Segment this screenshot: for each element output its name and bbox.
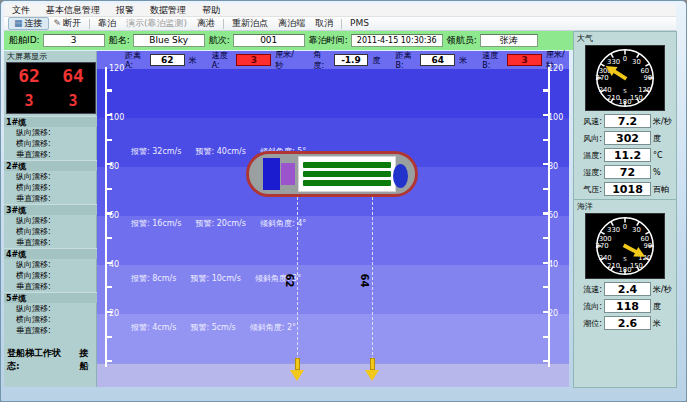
svg-text:240: 240 (599, 254, 612, 262)
sensor-arrow-a-head (290, 370, 304, 381)
menu-bar: 文件 基本信息管理 报警 数据管理 帮助 (4, 4, 676, 16)
svg-text:60: 60 (640, 235, 649, 243)
svg-text:0: 0 (623, 223, 627, 231)
ship-graphic (246, 151, 418, 197)
mooring-group-3-header: 3#缆 (4, 204, 97, 215)
drift-row: 纵向漂移: (4, 215, 97, 226)
current-speed-label: 流速: (575, 284, 602, 295)
hold-stripe (303, 162, 391, 168)
berth-button[interactable]: 靠泊 (93, 17, 121, 30)
drift-row: 横向漂移: (4, 138, 97, 149)
svg-text:90: 90 (643, 242, 652, 250)
tide-level-row: 潮位: 2.6 米 (575, 316, 675, 330)
svg-text:210: 210 (607, 94, 620, 102)
connect-button[interactable]: ▦ 连接 (8, 17, 49, 30)
svg-text:270: 270 (596, 74, 609, 82)
depart-button[interactable]: 离港 (192, 17, 220, 30)
axis-tick: 20 (109, 309, 119, 318)
mooring-group-2-header: 2#缆 (4, 160, 97, 171)
tide-level-value: 2.6 (604, 316, 651, 330)
ship-name-input[interactable]: Blue Sky (133, 34, 205, 47)
svg-text:240: 240 (599, 86, 612, 94)
axis-tick: 40 (109, 260, 119, 269)
pilot-label: 领航员: (447, 34, 477, 47)
gangway-status-label: 登船梯工作状态: (7, 347, 72, 373)
unberth-end-button[interactable]: 离泊端 (273, 17, 310, 30)
pressure-row: 气压: 1018 百帕 (575, 182, 675, 196)
ship-bridge (263, 158, 280, 190)
marker-b-label: 64 (359, 274, 370, 288)
svg-text:150: 150 (630, 94, 643, 102)
temperature-value: 11.2 (604, 148, 651, 162)
svg-text:270: 270 (596, 242, 609, 250)
current-speed-row: 流速: 2.4 米/秒 (575, 282, 675, 296)
speed-b-label: 速度B: (482, 50, 503, 70)
disconnect-button[interactable]: ✎ 断开 (49, 17, 87, 30)
dist-a-unit: 米 (189, 55, 197, 66)
ship-id-input[interactable]: 3 (43, 34, 105, 47)
speed-a-unit: 厘米/秒 (275, 49, 298, 71)
axis-tick: 120 (548, 64, 563, 73)
drift-row: 横向漂移: (4, 226, 97, 237)
drift-row: 垂直漂移: (4, 193, 97, 204)
measurement-bar: 距离A: 62 米 速度A: 3 厘米/秒 角度: -1.9 度 距离B: 64… (97, 51, 569, 69)
svg-text:180: 180 (618, 98, 631, 106)
current-dir-row: 流向: 118 度 (575, 299, 675, 313)
wind-speed-row: 风速: 7.2 米/秒 (575, 114, 675, 128)
svg-text:S: S (623, 256, 627, 262)
cancel-button[interactable]: 取消 (310, 17, 338, 30)
pressure-unit: 百帕 (653, 184, 675, 195)
dock-strip (97, 363, 569, 387)
angle-label: 角度: (313, 49, 329, 71)
axis-tick: 20 (548, 309, 558, 318)
drift-row: 纵向漂移: (4, 259, 97, 270)
pressure-value: 1018 (604, 182, 651, 196)
hold-stripe (303, 180, 391, 186)
ship-id-label: 船舶ID: (9, 34, 40, 47)
hold-stripe (303, 171, 391, 177)
toolbar-separator (341, 19, 342, 29)
reset-berth-point-button[interactable]: 重新泊点 (227, 17, 273, 30)
pencil-icon: ✎ (54, 17, 62, 30)
menu-alarm[interactable]: 报警 (108, 4, 142, 17)
big-display-title: 大屏幕显示 (4, 51, 96, 61)
ship-bow (393, 164, 408, 188)
warn-value: 预警: 5cm/s (190, 322, 235, 333)
current-speed-unit: 米/秒 (653, 284, 675, 295)
pilot-input[interactable]: 张涛 (480, 34, 538, 47)
alarm-thresholds-row: 报警: 8cm/s 预警: 10cm/s 倾斜角度: 3° (131, 273, 301, 284)
axis-tick: 60 (109, 211, 119, 220)
temperature-row: 温度: 11.2 °C (575, 148, 675, 162)
axis-tick: 80 (548, 162, 558, 171)
svg-text:210: 210 (607, 262, 620, 270)
axis-tick: 100 (548, 113, 563, 122)
led-display-panel: 62 64 3 3 (6, 62, 96, 114)
berth-time-input[interactable]: 2011-4-15 10:30:36 (351, 34, 443, 47)
alarm-value: 报警: 16cm/s (131, 218, 181, 229)
voyage-input[interactable]: 001 (233, 34, 305, 47)
menu-help[interactable]: 帮助 (194, 4, 228, 17)
current-speed-value: 2.4 (604, 282, 651, 296)
gangway-status-value: 接船 (80, 347, 97, 373)
speed-b-value: 3 (507, 54, 542, 66)
menu-basic-info[interactable]: 基本信息管理 (38, 4, 108, 17)
wind-dir-label: 风向: (575, 133, 602, 144)
mooring-group-4-header: 4#缆 (4, 248, 97, 259)
gangway-status-row: 登船梯工作状态: 接船 (4, 347, 97, 373)
tide-level-label: 潮位: (575, 318, 602, 329)
alarm-thresholds-row: 报警: 4cm/s 预警: 5cm/s 倾斜角度: 2° (131, 322, 296, 333)
alarm-value: 报警: 8cm/s (131, 273, 176, 284)
axis-tick: 100 (109, 113, 124, 122)
pms-button[interactable]: PMS (345, 17, 374, 30)
svg-text:330: 330 (607, 226, 620, 234)
current-dir-unit: 度 (653, 301, 675, 312)
warn-value: 预警: 20cm/s (195, 218, 245, 229)
speed-a-label: 速度A: (212, 50, 233, 70)
dist-a-label: 距离A: (125, 50, 146, 70)
demo-monitor-button[interactable]: 演示(靠泊监测) (121, 17, 192, 30)
menu-data[interactable]: 数据管理 (142, 4, 194, 17)
menu-file[interactable]: 文件 (4, 4, 38, 17)
drift-row: 横向漂移: (4, 270, 97, 281)
humidity-row: 湿度: 72 % (575, 165, 675, 179)
svg-text:60: 60 (640, 67, 649, 75)
